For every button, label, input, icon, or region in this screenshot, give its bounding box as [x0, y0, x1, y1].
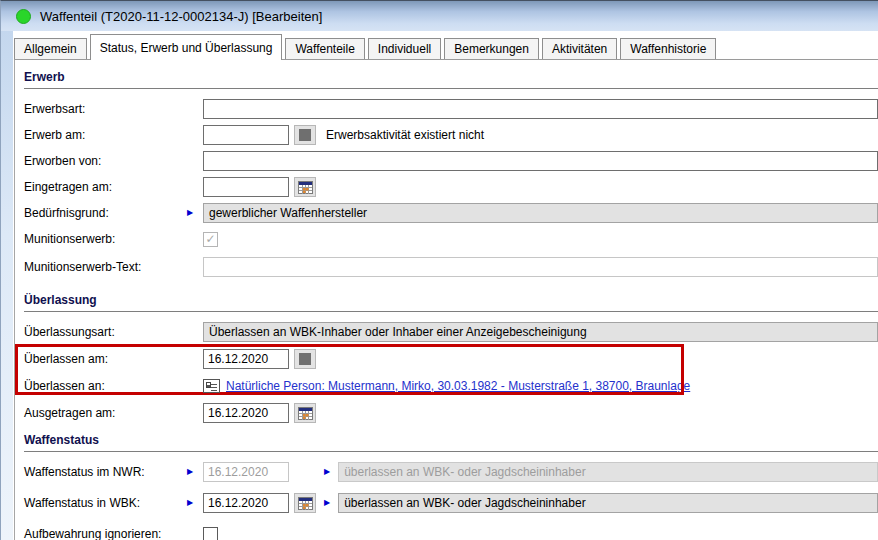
erwerbsart-input[interactable] [203, 99, 878, 119]
detail-arrow-icon: ▶ [187, 209, 193, 217]
erwerbsart-label: Erwerbsart: [24, 102, 187, 116]
tab-waffenteile[interactable]: Waffenteile [285, 38, 364, 59]
waffenstatus-wbk-date-input[interactable] [203, 493, 289, 513]
erwerb-am-label: Erwerb am: [24, 128, 187, 142]
row-ausgetragen-am: Ausgetragen am: [24, 403, 878, 423]
munitionserwerb-text-label: Munitionserwerb-Text: [24, 260, 187, 274]
waffenstatus-wbk-label: Waffenstatus in WBK: [24, 496, 187, 510]
waffenteil-window: Waffenteil (T2020-11-12-0002134-J) [Bear… [0, 0, 878, 540]
aufbewahrung-checkbox[interactable] [203, 527, 218, 540]
window-title: Waffenteil (T2020-11-12-0002134-J) [Bear… [40, 9, 322, 24]
row-ueberlassungsart: Überlassungsart: Überlassen an WBK-Inhab… [24, 322, 878, 342]
eingetragen-am-input[interactable] [203, 177, 289, 197]
highlighted-rows: Überlassen am: Überlassen an: Natürliche… [24, 349, 878, 396]
ausgetragen-am-input[interactable] [203, 403, 289, 423]
detail-arrow-icon: ▶ [187, 499, 193, 507]
ueberlassen-am-label: Überlassen am: [24, 352, 187, 366]
ausgetragen-am-label: Ausgetragen am: [24, 406, 187, 420]
ueberlassen-an-person-link[interactable]: Natürliche Person: Mustermann, Mirko, 30… [226, 379, 690, 393]
munitionserwerb-checkbox [203, 232, 218, 247]
row-erwerbsart: Erwerbsart: [24, 99, 878, 119]
section-title-waffenstatus: Waffenstatus [24, 429, 878, 452]
waffenstatus-nwr-status-field: überlassen an WBK- oder Jagdscheininhabe… [338, 462, 878, 482]
green-status-dot-icon [16, 9, 31, 24]
tab-bar: Allgemein Status, Erwerb und Überlassung… [14, 31, 878, 60]
waffenstatus-wbk-calendar-button[interactable] [294, 493, 316, 513]
row-munitionserwerb-text: Munitionserwerb-Text: [24, 257, 878, 277]
erwerb-am-input[interactable] [203, 125, 289, 145]
row-waffenstatus-wbk: Waffenstatus in WBK: ▶ ▶ überlassen an W… [24, 493, 878, 513]
waffenstatus-nwr-date-input [203, 462, 289, 482]
row-waffenstatus-nwr: Waffenstatus im NWR: ▶ ▶ überlassen an W… [24, 462, 878, 482]
ueberlassungsart-field: Überlassen an WBK-Inhaber oder Inhaber e… [203, 322, 878, 342]
tab-waffenhistorie[interactable]: Waffenhistorie [620, 38, 716, 59]
beduerfnisgrund-field: gewerblicher Waffenhersteller [203, 203, 878, 223]
gray-square-icon [299, 353, 311, 365]
tab-page-status-erwerb: Erwerb Erwerbsart: Erwerb am: Erwerbsakt… [14, 60, 878, 540]
window-left-frame [1, 31, 13, 540]
ausgetragen-am-calendar-button[interactable] [294, 403, 316, 423]
tab-status-erwerb-ueberlassung[interactable]: Status, Erwerb und Überlassung [90, 34, 283, 60]
tab-individuell[interactable]: Individuell [368, 38, 441, 59]
person-card-icon [203, 379, 220, 393]
window-titlebar: Waffenteil (T2020-11-12-0002134-J) [Bear… [1, 1, 878, 31]
detail-arrow-icon: ▶ [324, 468, 330, 476]
section-title-ueberlassung: Überlassung [24, 289, 878, 312]
tab-bemerkungen[interactable]: Bemerkungen [444, 38, 539, 59]
ueberlassen-am-action-button[interactable] [294, 349, 316, 369]
calendar-icon [298, 181, 313, 194]
ueberlassen-an-label: Überlassen an: [24, 379, 187, 393]
erworben-von-input[interactable] [203, 151, 878, 171]
eingetragen-am-label: Eingetragen am: [24, 180, 187, 194]
calendar-icon [298, 497, 313, 510]
section-title-erwerb: Erwerb [24, 66, 878, 89]
erwerb-am-note: Erwerbsaktivität existiert nicht [326, 128, 484, 142]
detail-arrow-icon: ▶ [324, 499, 330, 507]
ueberlassungsart-label: Überlassungsart: [24, 325, 187, 339]
eingetragen-am-calendar-button[interactable] [294, 177, 316, 197]
row-beduerfnisgrund: Bedürfnisgrund: ▶ gewerblicher Waffenher… [24, 203, 878, 223]
tab-aktivitaeten[interactable]: Aktivitäten [542, 38, 617, 59]
beduerfnisgrund-label: Bedürfnisgrund: [24, 206, 187, 220]
ueberlassen-am-input[interactable] [203, 349, 289, 369]
row-erwerb-am: Erwerb am: Erwerbsaktivität existiert ni… [24, 125, 878, 145]
row-erworben-von: Erworben von: [24, 151, 878, 171]
tab-allgemein[interactable]: Allgemein [14, 38, 87, 59]
erwerb-am-action-button[interactable] [294, 125, 316, 145]
munitionserwerb-label: Munitionserwerb: [24, 232, 187, 246]
erworben-von-label: Erworben von: [24, 154, 187, 168]
gray-square-icon [299, 129, 311, 141]
waffenstatus-wbk-status-field: überlassen an WBK- oder Jagdscheininhabe… [338, 493, 878, 513]
munitionserwerb-text-input [203, 257, 878, 277]
row-aufbewahrung: Aufbewahrung ignorieren: [24, 524, 878, 540]
waffenstatus-nwr-label: Waffenstatus im NWR: [24, 465, 187, 479]
aufbewahrung-label: Aufbewahrung ignorieren: [24, 527, 187, 540]
row-munitionserwerb: Munitionserwerb: [24, 229, 878, 249]
detail-arrow-icon: ▶ [187, 468, 193, 476]
row-eingetragen-am: Eingetragen am: [24, 177, 878, 197]
row-ueberlassen-am: Überlassen am: [24, 349, 878, 369]
row-ueberlassen-an: Überlassen an: Natürliche Person: Muster… [24, 376, 878, 396]
calendar-icon [298, 407, 313, 420]
